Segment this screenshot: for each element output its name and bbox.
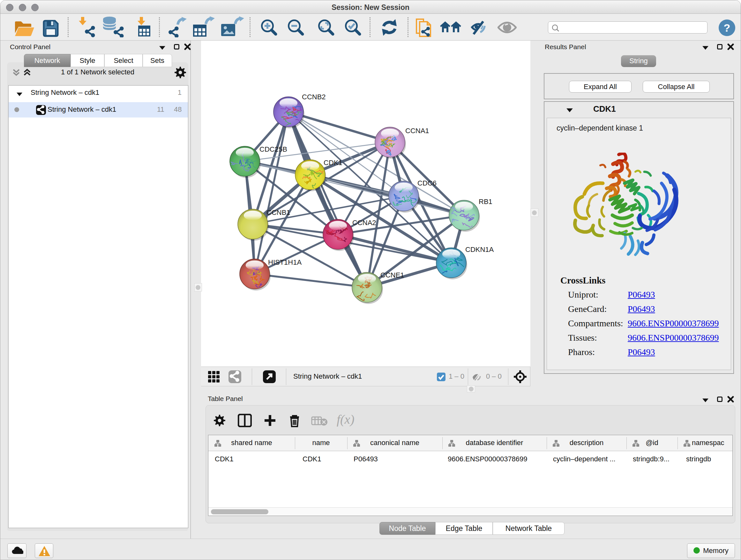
svg-text:CCNA1: CCNA1 [405, 127, 429, 135]
svg-text:HIST1H1A: HIST1H1A [268, 258, 301, 266]
svg-text:CCNB2: CCNB2 [302, 93, 326, 101]
svg-text:CCNE1: CCNE1 [381, 271, 404, 279]
svg-text:RB1: RB1 [479, 198, 492, 206]
svg-text:CCNB1: CCNB1 [266, 208, 290, 216]
svg-text:CDKN1A: CDKN1A [465, 246, 494, 253]
svg-text:CCNA2: CCNA2 [352, 219, 376, 227]
svg-text:CDK1: CDK1 [324, 159, 342, 167]
svg-text:CDC25B: CDC25B [259, 145, 287, 153]
svg-text:CDC6: CDC6 [417, 179, 436, 187]
